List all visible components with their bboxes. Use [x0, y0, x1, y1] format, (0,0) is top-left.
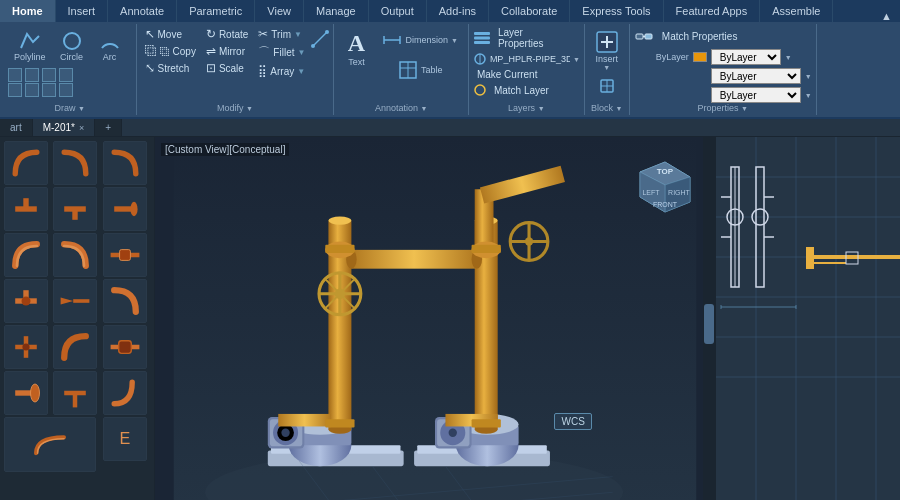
svg-rect-94 [325, 419, 354, 427]
svg-rect-121 [734, 167, 736, 287]
match-layer-icon [473, 83, 487, 97]
part-reducer-1[interactable] [53, 279, 97, 323]
move-button[interactable]: ↖Move [141, 26, 200, 42]
draw-shape-3[interactable] [42, 68, 56, 82]
make-current-button[interactable]: Make Current [473, 68, 542, 81]
part-elbow-4[interactable] [4, 233, 48, 277]
draw-shape-1[interactable] [8, 68, 22, 82]
linetype-select[interactable]: ByLayer [711, 68, 801, 84]
tab-output[interactable]: Output [369, 0, 427, 22]
color-dropdown-arrow: ▼ [785, 54, 792, 61]
fillet-button[interactable]: ⌒Fillet ▼ [254, 43, 309, 62]
layer-name: MP_HPLR-PIPE_3D [490, 54, 570, 64]
scene-svg [155, 137, 715, 500]
table-button[interactable]: Table [376, 56, 463, 84]
tab-express[interactable]: Express Tools [570, 0, 663, 22]
insert-button[interactable]: Insert ▼ [589, 26, 625, 75]
svg-point-14 [475, 85, 485, 95]
part-coupling-1[interactable] [103, 233, 147, 277]
part-cap-1[interactable] [103, 187, 147, 231]
scroll-thumb[interactable] [704, 304, 714, 344]
part-elbow-1[interactable] [4, 141, 48, 185]
part-elbow-8[interactable] [103, 371, 147, 415]
tab-collaborate[interactable]: Collaborate [489, 0, 570, 22]
part-coupling-2[interactable] [103, 325, 147, 369]
part-tee-1[interactable] [4, 187, 48, 231]
lineweight-dropdown-arrow: ▼ [805, 92, 812, 99]
svg-point-42 [31, 384, 40, 402]
dimension-button[interactable]: Dimension ▼ [376, 26, 463, 54]
part-elbow-6[interactable] [103, 279, 147, 323]
draw-shape-4[interactable] [59, 68, 73, 82]
layers-group-label: Layers ▼ [473, 103, 580, 113]
add-tab-button[interactable]: + [95, 119, 122, 136]
part-tee-5[interactable] [53, 371, 97, 415]
part-cap-2[interactable] [4, 371, 48, 415]
trim-button[interactable]: ✂Trim ▼ [254, 26, 309, 42]
ribbon-group-layers: LayerProperties MP_HPLR-PIPE_3D ▼ Make C… [469, 24, 585, 115]
viewport-scrollbar[interactable] [703, 137, 715, 500]
rotate-button[interactable]: ↻Rotate [202, 26, 252, 42]
color-select[interactable]: ByLayer [711, 49, 781, 65]
array-button[interactable]: ⣿Array ▼ [254, 63, 309, 79]
draw-shape-7[interactable] [42, 83, 56, 97]
stretch-button[interactable]: ⤡Stretch [141, 60, 200, 76]
svg-rect-31 [119, 250, 130, 261]
tab-insert[interactable]: Insert [56, 0, 109, 22]
parts-grid: E [0, 137, 154, 476]
part-tee-3[interactable] [4, 279, 48, 323]
part-tee-2[interactable] [53, 187, 97, 231]
draw-shape-8[interactable] [59, 83, 73, 97]
viewport[interactable]: [Custom View][Conceptual] [155, 137, 715, 500]
svg-point-1 [311, 44, 315, 48]
layer-properties-button[interactable]: LayerProperties [494, 26, 548, 50]
wcs-label: WCS [554, 413, 591, 430]
polyline-button[interactable]: Polyline [8, 26, 52, 66]
match-layer-button[interactable]: Match Layer [490, 84, 553, 97]
scale-button[interactable]: ⊡Scale [202, 60, 252, 76]
part-elbow-3[interactable] [103, 141, 147, 185]
ribbon-group-modify: ↖Move ⿻⿻Copy ⤡Stretch ↻Rotate ⇌Mirror [137, 24, 335, 115]
blueprint-svg [716, 137, 900, 500]
modify-extra-icon [311, 30, 329, 48]
nav-cube[interactable]: TOP RIGHT LEFT FRONT [635, 157, 695, 217]
copy-button[interactable]: ⿻⿻Copy [141, 43, 200, 59]
tab-parametric[interactable]: Parametric [177, 0, 255, 22]
draw-shape-5[interactable] [8, 83, 22, 97]
arc-button[interactable]: Arc [92, 26, 128, 66]
right-panel [715, 137, 900, 500]
part-elbow-large[interactable] [4, 417, 96, 472]
part-tee-4[interactable] [4, 325, 48, 369]
ribbon-body: Polyline Circle Arc [0, 22, 900, 119]
ribbon-group-block: Insert ▼ Block ▼ [585, 24, 630, 115]
text-button[interactable]: A Text [338, 26, 374, 71]
ribbon-collapse-btn[interactable]: ▲ [877, 10, 896, 22]
svg-text:FRONT: FRONT [653, 201, 678, 208]
tab-view[interactable]: View [255, 0, 304, 22]
viewport-label: [Custom View][Conceptual] [161, 143, 289, 156]
part-elbow-5[interactable] [53, 233, 97, 277]
tab-manage[interactable]: Manage [304, 0, 369, 22]
tab-home[interactable]: Home [0, 0, 56, 22]
doc-tab-art[interactable]: art [0, 119, 33, 136]
tab-addins[interactable]: Add-ins [427, 0, 489, 22]
mirror-button[interactable]: ⇌Mirror [202, 43, 252, 59]
part-icon-small[interactable]: E [103, 417, 147, 461]
draw-group-label: Draw ▼ [8, 103, 132, 113]
tab-annotate[interactable]: Annotate [108, 0, 177, 22]
tab-featured[interactable]: Featured Apps [664, 0, 761, 22]
part-elbow-7[interactable] [53, 325, 97, 369]
draw-shape-6[interactable] [25, 83, 39, 97]
match-properties-button[interactable]: Match Properties [658, 30, 742, 43]
doc-tab-m201[interactable]: M-201* × [33, 119, 96, 136]
color-swatch-1[interactable] [693, 52, 707, 62]
part-elbow-2[interactable] [53, 141, 97, 185]
ribbon-group-draw: Polyline Circle Arc [4, 24, 137, 115]
circle-button[interactable]: Circle [54, 26, 90, 66]
draw-shape-2[interactable] [25, 68, 39, 82]
lineweight-select[interactable]: ByLayer [711, 87, 801, 103]
close-tab-icon[interactable]: × [79, 123, 84, 133]
svg-text:LEFT: LEFT [642, 189, 660, 196]
tab-assemble[interactable]: Assemble [760, 0, 833, 22]
ribbon-group-annotation: A Text Dimension ▼ Table Annotation ▼ [334, 24, 468, 115]
